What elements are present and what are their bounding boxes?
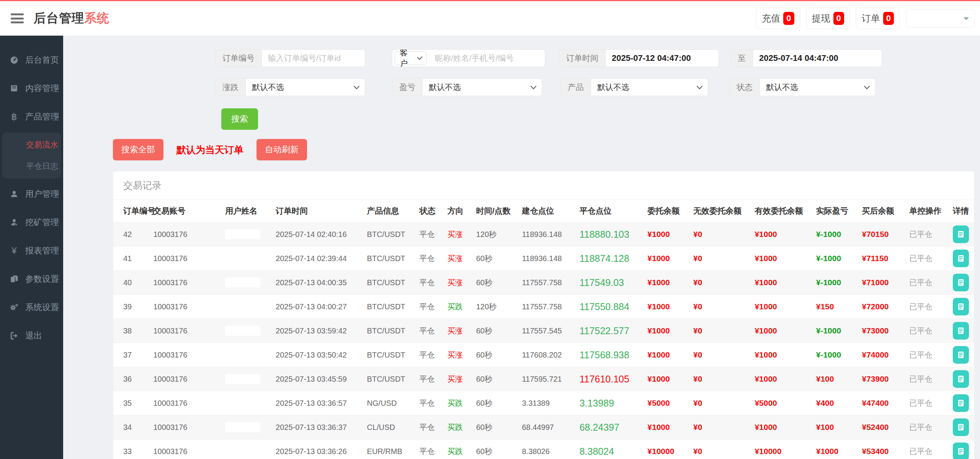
user-name-masked [225, 446, 260, 456]
cell-product: BTC/USDT [364, 367, 416, 391]
detail-button[interactable] [953, 322, 969, 340]
cell-close-point: 68.24397 [577, 415, 645, 439]
time-to-value[interactable]: 2025-07-14 04:47:00 [753, 50, 844, 67]
cell-valid-entrust: ¥5000 [751, 391, 813, 415]
cell-after-balance: ¥73000 [859, 319, 906, 343]
detail-button[interactable] [953, 346, 969, 364]
logout-icon [8, 331, 20, 341]
cell-order-id: 38 [113, 319, 150, 343]
cell-valid-entrust: ¥1000 [751, 247, 813, 271]
col-valid-entrust: 有效委托余额 [751, 200, 813, 222]
sidebar-subitem-trade-flow[interactable]: 交易流水 [2, 134, 61, 155]
table-header-row: 订单编号 交易账号 用户姓名 订单时间 产品信息 状态 方向 时间/点数 建仓点… [113, 200, 974, 222]
col-status: 状态 [416, 200, 444, 222]
cell-product: BTC/USDT [364, 271, 416, 295]
detail-button[interactable] [953, 418, 969, 436]
sidebar-item-params[interactable]: 参数设置 ▸ [0, 266, 63, 292]
order-no-input[interactable] [262, 50, 365, 67]
table-row: 42100031762025-07-14 02:40:16BTC/USDT平仓买… [113, 222, 974, 247]
detail-button[interactable] [953, 225, 969, 243]
customer-input[interactable] [429, 50, 545, 67]
user-dropdown[interactable] [906, 9, 975, 28]
sidebar-item-dashboard[interactable]: 后台首页 [0, 47, 63, 73]
chevron-down-icon [417, 54, 422, 60]
status-select[interactable]: 默认不选 [760, 79, 875, 96]
search-button[interactable]: 搜索 [221, 108, 258, 130]
cell-open-point: 3.31389 [519, 391, 576, 415]
cell-valid-entrust: ¥1000 [751, 295, 813, 319]
detail-button[interactable] [953, 443, 969, 459]
cell-duration: 60秒 [473, 391, 519, 415]
sidebar-item-report[interactable]: ¥ 报表管理 [0, 238, 63, 263]
col-profit: 实际盈亏 [813, 200, 859, 222]
product-select[interactable]: 默认不选 [591, 79, 708, 96]
chevron-down-icon [964, 17, 969, 20]
book-icon [8, 83, 20, 93]
cell-order-time: 2025-07-13 04:00:35 [273, 271, 364, 295]
recharge-indicator[interactable]: 充值 0 [756, 8, 800, 29]
cell-after-balance: ¥47400 [859, 391, 906, 415]
cell-entrust: ¥1000 [644, 319, 690, 343]
updown-group: 涨跌 默认不选 [215, 78, 365, 96]
detail-button[interactable] [953, 298, 969, 315]
sidebar-subitem-close-log[interactable]: 平仓日志 [2, 155, 61, 177]
withdraw-indicator[interactable]: 提现 0 [806, 8, 850, 29]
cell-direction: 买跌 [444, 295, 473, 319]
cell-detail [950, 295, 974, 319]
order-no-group: 订单编号 [215, 49, 365, 67]
detail-button[interactable] [953, 394, 969, 412]
user-name-masked [225, 326, 260, 336]
user-name-masked [225, 278, 260, 287]
sidebar-item-product[interactable]: ฿ 产品管理 ▸ [0, 104, 63, 129]
auto-refresh-button[interactable]: 自动刷新 [256, 139, 307, 160]
hamburger-menu-icon[interactable] [11, 13, 24, 23]
cell-order-id: 41 [113, 247, 150, 271]
gears-icon [8, 302, 20, 312]
sidebar-item-user[interactable]: 用户管理 ▸ [0, 181, 63, 207]
cell-status: 平仓 [416, 439, 444, 459]
sidebar-item-logout[interactable]: 退出 [0, 323, 63, 348]
col-account: 交易账号 [150, 200, 222, 222]
cell-status: 平仓 [416, 271, 444, 295]
detail-button[interactable] [953, 274, 969, 291]
cell-status: 平仓 [416, 247, 444, 271]
customer-type-select[interactable]: 客户 [395, 51, 426, 65]
profit-select[interactable]: 默认不选 [423, 79, 542, 96]
sidebar-label: 后台首页 [25, 54, 59, 66]
table-row: 40100031762025-07-13 04:00:35BTC/USDT平仓买… [113, 271, 974, 295]
detail-button[interactable] [953, 370, 969, 388]
cell-product: BTC/USDT [364, 343, 416, 367]
cell-direction: 买跌 [444, 415, 473, 439]
user-name-masked [225, 398, 260, 408]
order-count-badge: 0 [883, 12, 894, 25]
cell-order-time: 2025-07-14 02:40:16 [273, 222, 364, 247]
to-label: 至 [731, 50, 753, 67]
cell-entrust: ¥1000 [644, 295, 690, 319]
cell-open-point: 117557.758 [519, 295, 576, 319]
cell-profit: ¥-1000 [813, 222, 859, 247]
sidebar-item-system[interactable]: 系统设置 ▸ [0, 295, 63, 320]
sidebar-item-mining[interactable]: 挖矿管理 [0, 210, 63, 235]
detail-button[interactable] [953, 250, 969, 267]
cell-account: 10003176 [150, 247, 222, 271]
updown-select[interactable]: 默认不选 [246, 79, 365, 96]
action-button-row: 搜索全部 默认为当天订单 自动刷新 [113, 139, 980, 160]
cell-valid-entrust: ¥1000 [751, 367, 813, 391]
cell-profit: ¥-1000 [813, 319, 859, 343]
filter-row-1: 订单编号 客户 订单时间 2025-07-12 04:47:00 至 2025-… [215, 49, 980, 67]
cell-control: 已平仓 [906, 343, 950, 367]
sidebar-item-content[interactable]: 内容管理 ▸ [0, 76, 63, 101]
cell-invalid-entrust: ¥0 [690, 415, 751, 439]
cell-user-name [222, 367, 273, 391]
col-entrust: 委托余额 [644, 200, 690, 222]
chevron-down-icon [531, 83, 537, 90]
time-from-value[interactable]: 2025-07-12 04:47:00 [606, 50, 697, 67]
order-indicator[interactable]: 订单 0 [856, 8, 900, 29]
cell-control: 已平仓 [906, 222, 950, 247]
cell-invalid-entrust: ¥0 [690, 295, 751, 319]
cell-invalid-entrust: ¥0 [690, 319, 751, 343]
cell-order-id: 42 [113, 222, 150, 247]
cell-control: 已平仓 [906, 271, 950, 295]
cell-invalid-entrust: ¥0 [690, 343, 751, 367]
search-all-button[interactable]: 搜索全部 [113, 139, 163, 160]
